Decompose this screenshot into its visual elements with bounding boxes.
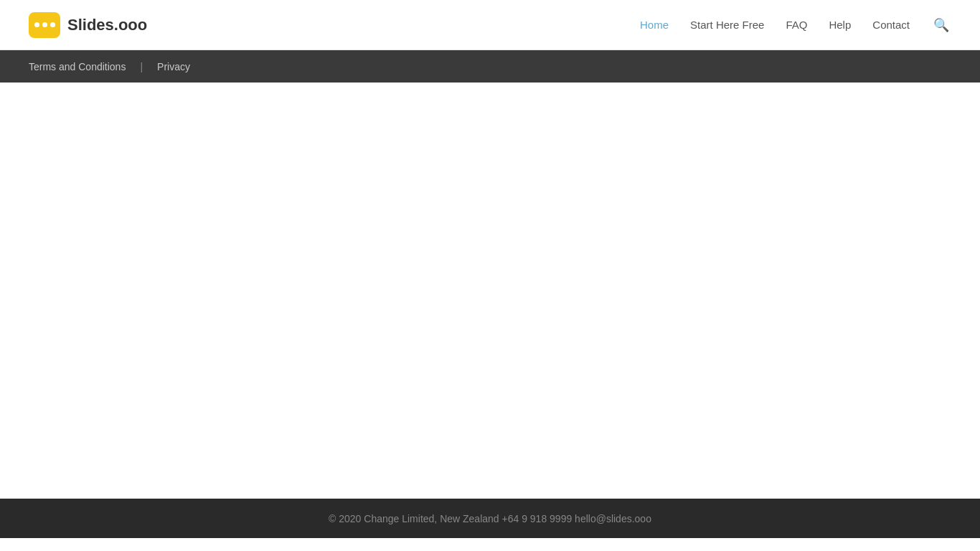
- logo-text: Slides.ooo: [67, 16, 147, 34]
- main-nav: Home Start Here Free FAQ Help Contact 🔍: [640, 15, 951, 35]
- footer-copyright: © 2020 Change Limited, New Zealand +64 9…: [329, 513, 651, 524]
- logo-link[interactable]: Slides.ooo: [29, 12, 147, 38]
- sub-nav-divider: |: [140, 61, 143, 72]
- logo-dot-1: [34, 22, 39, 27]
- header: Slides.ooo Home Start Here Free FAQ Help…: [0, 0, 980, 50]
- privacy-link[interactable]: Privacy: [157, 61, 190, 72]
- search-icon: 🔍: [933, 17, 949, 33]
- nav-start[interactable]: Start Here Free: [690, 19, 764, 31]
- terms-link[interactable]: Terms and Conditions: [29, 61, 126, 72]
- footer: © 2020 Change Limited, New Zealand +64 9…: [0, 499, 980, 538]
- logo-icon: [29, 12, 60, 38]
- logo-dot-2: [42, 22, 47, 27]
- main-content: [0, 83, 980, 499]
- nav-help[interactable]: Help: [829, 19, 851, 31]
- logo-dot-3: [50, 22, 55, 27]
- nav-faq[interactable]: FAQ: [786, 19, 807, 31]
- nav-home[interactable]: Home: [640, 19, 669, 31]
- sub-nav: Terms and Conditions | Privacy: [0, 50, 980, 83]
- search-button[interactable]: 🔍: [931, 15, 951, 35]
- nav-contact[interactable]: Contact: [872, 19, 910, 31]
